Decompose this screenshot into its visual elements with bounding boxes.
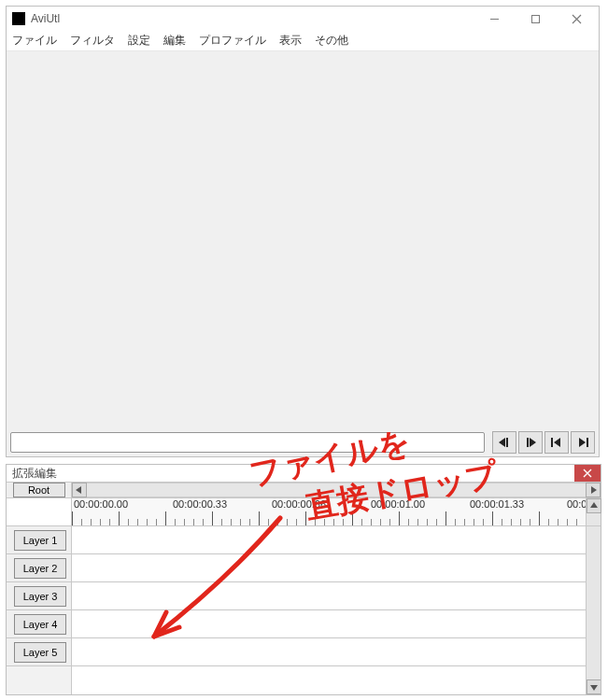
timecode-label: 00:00:00.00	[74, 498, 128, 510]
svg-marker-10	[76, 486, 81, 494]
timeline-ruler[interactable]: 00:00:00.00 00:00:00.33 00:00:00.66 00:0…	[72, 498, 586, 525]
timeline-ruler-row: 00:00:00.00 00:00:00.33 00:00:00.66 00:0…	[7, 498, 601, 526]
svg-marker-5	[530, 438, 536, 447]
track-row[interactable]	[72, 638, 586, 666]
root-button[interactable]: Root	[13, 483, 65, 497]
menubar: ファイル フィルタ 設定 編集 プロファイル 表示 その他	[7, 31, 599, 51]
hscroll-right-icon[interactable]	[586, 483, 601, 497]
timeline-close-button[interactable]	[574, 465, 601, 482]
close-button[interactable]	[556, 7, 597, 30]
svg-rect-3	[506, 438, 508, 447]
timeline-titlebar[interactable]: 拡張編集	[7, 465, 601, 482]
svg-rect-0	[490, 19, 499, 20]
menu-other[interactable]: その他	[315, 33, 348, 49]
timeline-tracks[interactable]	[72, 526, 586, 694]
timeline-hscrollbar[interactable]	[72, 483, 601, 497]
prev-frame-button[interactable]	[492, 431, 516, 454]
svg-rect-6	[551, 438, 553, 447]
app-icon	[12, 12, 25, 25]
timeline-body: Layer 1 Layer 2 Layer 3 Layer 4 Layer 5	[7, 526, 601, 694]
svg-rect-4	[527, 438, 529, 447]
menu-edit[interactable]: 編集	[163, 33, 186, 49]
timeline-vscrollbar[interactable]	[586, 526, 601, 694]
timeline-window: 拡張編集 Root 00:00:00.00 00:00:00.33 00:0	[6, 464, 601, 695]
maximize-button[interactable]	[515, 7, 556, 30]
menu-filter[interactable]: フィルタ	[70, 33, 115, 49]
timeline-toolbar-row: Root	[7, 482, 601, 498]
svg-rect-9	[587, 438, 588, 447]
vscroll-up-icon[interactable]	[587, 498, 601, 513]
timecode-label: 00:00:01.00	[371, 498, 425, 510]
layer-button-2[interactable]: Layer 2	[14, 558, 66, 579]
ruler-zoom-preview[interactable]	[7, 498, 72, 525]
svg-marker-2	[499, 438, 505, 447]
svg-rect-1	[531, 15, 539, 22]
layer-button-4[interactable]: Layer 4	[14, 614, 66, 635]
hscroll-track[interactable]	[87, 483, 586, 497]
timeline-title: 拡張編集	[12, 466, 57, 482]
timecode-label: 00:00:01	[567, 498, 586, 510]
aviutl-main-window: AviUtl ファイル フィルタ 設定 編集 プロファイル 表示 その他	[6, 6, 600, 457]
track-row[interactable]	[72, 582, 586, 610]
svg-marker-13	[590, 685, 598, 691]
titlebar[interactable]: AviUtl	[7, 7, 599, 31]
timecode-label: 00:00:01.33	[470, 498, 524, 510]
layer-button-5[interactable]: Layer 5	[14, 642, 66, 663]
svg-marker-8	[579, 438, 586, 447]
layer-button-1[interactable]: Layer 1	[14, 530, 66, 551]
transport-bar	[7, 428, 599, 456]
layer-button-3[interactable]: Layer 3	[14, 586, 66, 607]
track-row[interactable]	[72, 610, 586, 638]
next-frame-button[interactable]	[518, 431, 543, 454]
timecode-label: 00:00:00.33	[173, 498, 227, 510]
timecode-label: 00:00:00.66	[272, 498, 326, 510]
menu-view[interactable]: 表示	[279, 33, 302, 49]
svg-marker-12	[590, 502, 598, 508]
layer-header-column: Layer 1 Layer 2 Layer 3 Layer 4 Layer 5	[7, 526, 72, 694]
menu-profile[interactable]: プロファイル	[199, 33, 266, 49]
hscroll-left-icon[interactable]	[72, 483, 87, 497]
window-title: AviUtl	[31, 12, 60, 25]
track-row[interactable]	[72, 526, 586, 554]
svg-marker-11	[591, 486, 597, 494]
menu-file[interactable]: ファイル	[12, 33, 57, 49]
vscroll-down-icon[interactable]	[587, 679, 601, 694]
first-frame-button[interactable]	[544, 431, 569, 454]
track-row[interactable]	[72, 554, 586, 582]
minimize-button[interactable]	[474, 7, 515, 30]
preview-area[interactable]	[7, 51, 599, 428]
last-frame-button[interactable]	[571, 431, 595, 454]
menu-settings[interactable]: 設定	[128, 33, 150, 49]
svg-marker-7	[554, 438, 560, 447]
seek-slider[interactable]	[10, 432, 485, 453]
